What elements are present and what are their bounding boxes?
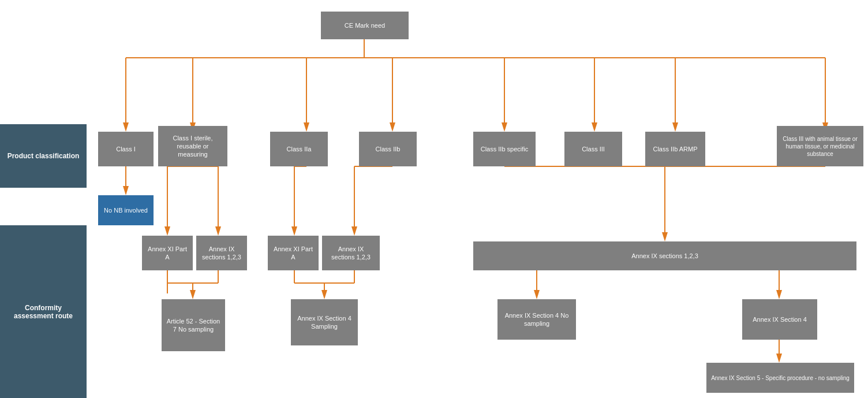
label-product-classification: Product classification [0, 124, 87, 188]
svg-marker-50 [776, 290, 782, 299]
svg-marker-7 [304, 122, 309, 132]
svg-marker-9 [390, 122, 395, 132]
box-annex-ix-123-left: Annex IX sections 1,2,3 [196, 236, 247, 270]
svg-marker-15 [672, 122, 678, 132]
box-annex-ix-s5: Annex IX Section 5 - Specific procedure … [706, 363, 854, 393]
svg-marker-39 [190, 290, 196, 299]
box-annex-xi-a-right: Annex XI Part A [268, 236, 319, 270]
box-class-iii: Class III [564, 132, 622, 166]
box-annex-ix-s4: Annex IX Section 4 [742, 299, 817, 340]
diagram-container: Product classification Conformity assess… [0, 0, 868, 398]
box-annex-xi-a-left: Annex XI Part A [142, 236, 193, 270]
box-class-iib-armp: Class IIb ARMP [645, 132, 705, 166]
box-class-i-sterile: Class I sterile, reusable or measuring [158, 126, 227, 166]
box-annex-ix-123-wide: Annex IX sections 1,2,3 [473, 241, 856, 270]
box-class-iii-animal: Class III with animal tissue or human ti… [777, 126, 863, 166]
svg-marker-11 [502, 122, 507, 132]
box-ce-mark: CE Mark need [321, 12, 409, 39]
svg-marker-22 [164, 226, 170, 236]
box-annex-ix-123-right: Annex IX sections 1,2,3 [322, 236, 380, 270]
box-class-iib: Class IIb [359, 132, 417, 166]
box-article-52: Article 52 - Section 7 No sampling [162, 299, 225, 351]
svg-marker-52 [776, 354, 782, 363]
box-class-i: Class I [98, 132, 154, 166]
svg-marker-13 [592, 122, 597, 132]
box-no-nb: No NB involved [98, 195, 154, 225]
svg-marker-28 [291, 226, 297, 236]
box-annex-ix-s4-sampling: Annex IX Section 4 Sampling [291, 299, 358, 345]
svg-marker-34 [662, 232, 668, 241]
svg-marker-3 [123, 122, 129, 132]
svg-marker-31 [351, 226, 357, 236]
box-annex-ix-s4-nosampling: Annex IX Section 4 No sampling [497, 299, 576, 340]
svg-marker-25 [215, 226, 221, 236]
box-class-iib-specific: Class IIb specific [473, 132, 536, 166]
svg-marker-19 [123, 186, 129, 195]
svg-marker-48 [534, 290, 540, 299]
box-class-iia: Class IIa [270, 132, 328, 166]
label-conformity-route: Conformity assessment route [0, 225, 87, 398]
svg-marker-44 [321, 290, 327, 299]
